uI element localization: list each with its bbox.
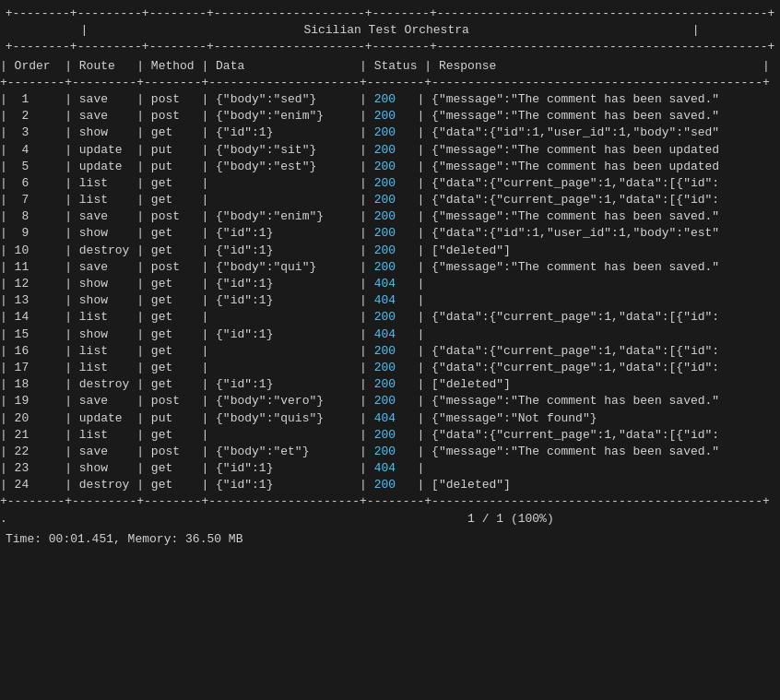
table-row: | 3 | show | get | {"id":1} | 200 | {"da… xyxy=(0,125,780,141)
title-bar: +--------+---------+--------+-----------… xyxy=(0,4,780,58)
table-row: | 18 | destroy | get | {"id":1} | 200 | … xyxy=(0,376,780,393)
status-badge: 200 xyxy=(374,125,396,139)
table-row: | 7 | list | get | | 200 | {"data":{"cur… xyxy=(0,192,780,208)
table-row: | 4 | update | put | {"body":"sit"} | 20… xyxy=(0,142,780,159)
status-badge: 200 xyxy=(374,478,396,492)
status-badge: 200 xyxy=(374,428,396,442)
status-badge: 404 xyxy=(374,461,396,475)
status-badge: 200 xyxy=(374,344,396,358)
footer-divider: +--------+---------+--------+-----------… xyxy=(0,493,780,510)
status-badge: 200 xyxy=(374,445,396,458)
dot: . xyxy=(0,512,7,526)
status-badge: 200 xyxy=(374,176,396,190)
status-badge: 200 xyxy=(374,160,396,173)
table-row: | 8 | save | post | {"body":"enim"} | 20… xyxy=(0,208,780,225)
table-row: | 19 | save | post | {"body":"vero"} | 2… xyxy=(0,393,780,409)
table-row: | 12 | show | get | {"id":1} | 404 | xyxy=(0,276,780,292)
table-row: | 6 | list | get | | 200 | {"data":{"cur… xyxy=(0,175,780,192)
status-badge: 200 xyxy=(374,377,396,391)
table-body: | 1 | save | post | {"body":"sed"} | 200… xyxy=(0,91,780,494)
dot-pagination-line: . 1 / 1 (100%) xyxy=(0,511,780,528)
pagination: 1 / 1 (100%) xyxy=(467,512,554,526)
status-badge: 200 xyxy=(374,243,396,257)
table-row: | 23 | show | get | {"id":1} | 404 | xyxy=(0,460,780,477)
status-badge: 200 xyxy=(374,361,396,374)
status-badge: 200 xyxy=(374,193,396,207)
table-row: | 5 | update | put | {"body":"est"} | 20… xyxy=(0,159,780,175)
status-badge: 200 xyxy=(374,143,396,157)
table-row: | 16 | list | get | | 200 | {"data":{"cu… xyxy=(0,343,780,360)
status-badge: 200 xyxy=(374,310,396,324)
app-title: Sicilian Test Orchestra xyxy=(303,23,468,37)
table-row: | 14 | list | get | | 200 | {"data":{"cu… xyxy=(0,309,780,326)
header-row: | Order | Route | Method | Data | Status… xyxy=(0,58,780,91)
status-badge: 404 xyxy=(374,327,396,341)
table-row: | 21 | list | get | | 200 | {"data":{"cu… xyxy=(0,427,780,444)
table-row: | 20 | update | put | {"body":"quis"} | … xyxy=(0,410,780,427)
terminal: +--------+---------+--------+-----------… xyxy=(0,0,780,700)
status-badge: 404 xyxy=(374,293,396,307)
table-row: | 9 | show | get | {"id":1} | 200 | {"da… xyxy=(0,225,780,242)
table-row: | 13 | show | get | {"id":1} | 404 | xyxy=(0,292,780,309)
time-memory: Time: 00:01.451, Memory: 36.50 MB xyxy=(0,528,780,552)
status-badge: 200 xyxy=(374,109,396,123)
table-row: | 15 | show | get | {"id":1} | 404 | xyxy=(0,326,780,343)
status-badge: 200 xyxy=(374,209,396,223)
table-row: | 2 | save | post | {"body":"enim"} | 20… xyxy=(0,108,780,125)
table-row: | 11 | save | post | {"body":"qui"} | 20… xyxy=(0,259,780,276)
status-badge: 404 xyxy=(374,277,396,291)
status-badge: 200 xyxy=(374,260,396,274)
status-badge: 200 xyxy=(374,92,396,106)
table-row: | 17 | list | get | | 200 | {"data":{"cu… xyxy=(0,360,780,376)
table-row: | 10 | destroy | get | {"id":1} | 200 | … xyxy=(0,243,780,259)
table-row: | 1 | save | post | {"body":"sed"} | 200… xyxy=(0,91,780,108)
status-badge: 200 xyxy=(374,394,396,408)
table-row: | 22 | save | post | {"body":"et"} | 200… xyxy=(0,444,780,460)
status-badge: 200 xyxy=(374,226,396,240)
status-badge: 404 xyxy=(374,411,396,425)
table-row: | 24 | destroy | get | {"id":1} | 200 | … xyxy=(0,477,780,493)
